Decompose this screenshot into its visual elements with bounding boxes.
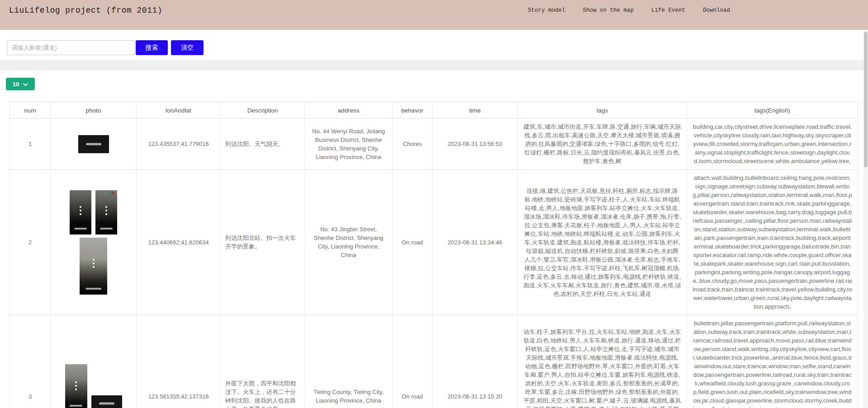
nav-download[interactable]: Download [703,7,730,14]
table-header-row: num photo lonAndlat Description address … [10,102,858,118]
video-progress-bar [74,228,87,230]
col-address: address [305,102,393,118]
search-section: 搜索 清空 [0,30,868,60]
cell-time: 2023-08-31 13:34:46 [432,169,518,315]
app-header: LiuLifelog project (from 2011) Story mod… [0,0,868,30]
cell-lonandlat: 123.581355;42.137316 [137,315,221,408]
cell-behavor: Chores [393,118,432,169]
clear-button[interactable]: 清空 [171,40,204,55]
search-button[interactable]: 搜索 [136,40,168,55]
nav-life-event[interactable]: Life Event [651,7,685,14]
tag-search-input[interactable] [7,40,135,55]
cell-num: 2 [10,169,51,315]
vertical-scrollbar[interactable] [863,30,868,408]
cell-time: 2023-08-31 13:15:20 [432,315,518,408]
cell-tags-english: attach,wall,building,bulletinboard,ceili… [687,169,858,315]
cell-photo [51,169,137,315]
col-lonandlat: lonAndlat [137,102,221,118]
nav-show-on-map[interactable]: Show on the map [583,7,634,14]
cell-photo [51,315,137,408]
col-description: Description [221,102,305,118]
table-toolbar: 10 [0,70,868,102]
ellipsis-dots-icon [105,206,107,215]
photo-thumbnail[interactable] [91,395,122,408]
watermark-logo [110,192,114,194]
col-time: time [432,102,518,118]
video-progress-bar [70,405,82,407]
col-num: num [10,102,51,118]
divider-band [0,60,868,70]
video-progress-bar [85,288,101,290]
cell-photo [51,118,137,169]
ellipsis-dots-icon [75,381,77,390]
col-tags-english: tags(English) [687,102,858,118]
video-progress-bar [100,228,113,230]
cell-address: No. 43 Jingbin Street, Shenhe District, … [305,169,393,315]
photo-thumbnail[interactable] [78,135,109,153]
cell-description: 到达沈阳北站。拍一次火车开学的景象。 [221,169,305,315]
cell-tags-english: bullettrain,pillar,passengertrain,platfo… [687,315,858,408]
cell-tags: 建筑,车,城市,城市街道,开车,车牌,路,交通,旅行,车辆,城市天际线,多云,雨… [518,118,687,169]
table-row: 1 123.435537;41.779016 到达沈阳。天气阴天。 No. 44… [10,118,858,169]
cell-description: 外面下大雨，四平和沈阳都没下。火车上，还有二十分钟到沈阳。接我的人也在路上了。外… [221,315,305,408]
cell-description: 到达沈阳。天气阴天。 [221,118,305,169]
cell-behavor: On road [393,169,432,315]
lifelog-table: num photo lonAndlat Description address … [9,102,858,408]
photo-thumbnail[interactable] [95,190,117,234]
top-navigation: Story model Show on the map Life Event D… [528,7,748,14]
cell-tags: 连接,墙,建筑,公告栏,天花板,悬挂,杆柱,厕所,标志,指示牌,路标,地铁,地铁… [518,169,687,315]
cell-address: No. 44 Wenyi Road, Jinlang Business Dist… [305,118,393,169]
cell-num: 3 [10,315,51,408]
col-tags: tags [518,102,687,118]
scrollbar-thumb[interactable] [864,32,868,167]
cell-tags-english: building,car,city,citystreet,drive,licen… [687,118,858,169]
col-behavor: behavor [393,102,432,118]
chevron-down-icon [23,81,28,88]
cell-address: Tieling County, Tieling City, Liaoning P… [305,315,393,408]
page-size-dropdown[interactable]: 10 [6,78,35,90]
nav-story-model[interactable]: Story model [528,7,565,14]
photo-thumbnail[interactable] [80,238,107,295]
table-row: 2 [10,169,858,315]
cell-time: 2023-08-31 13:56:53 [432,118,518,169]
video-progress-bar [99,403,114,405]
cell-num: 1 [10,118,51,169]
cell-lonandlat: 123.435537;41.779016 [137,118,221,169]
photo-thumbnail[interactable] [65,364,87,408]
cell-lonandlat: 123.440692;41.820634 [137,169,221,315]
photo-thumbnail[interactable] [70,190,91,234]
video-progress-bar [86,143,101,145]
ellipsis-dots-icon [80,206,81,215]
page-title: LiuLifelog project (from 2011) [9,6,162,15]
cell-behavor: On road [393,315,432,408]
table-row: 3 [10,315,858,408]
col-photo: photo [51,102,137,118]
ellipsis-dots-icon [93,259,95,268]
cell-tags: 动车,柱子,旅客列车,平台,拉,火车站,车站,地铁,跑道,火车,火车轨道,白色,… [518,315,687,408]
page-size-value: 10 [13,81,19,88]
